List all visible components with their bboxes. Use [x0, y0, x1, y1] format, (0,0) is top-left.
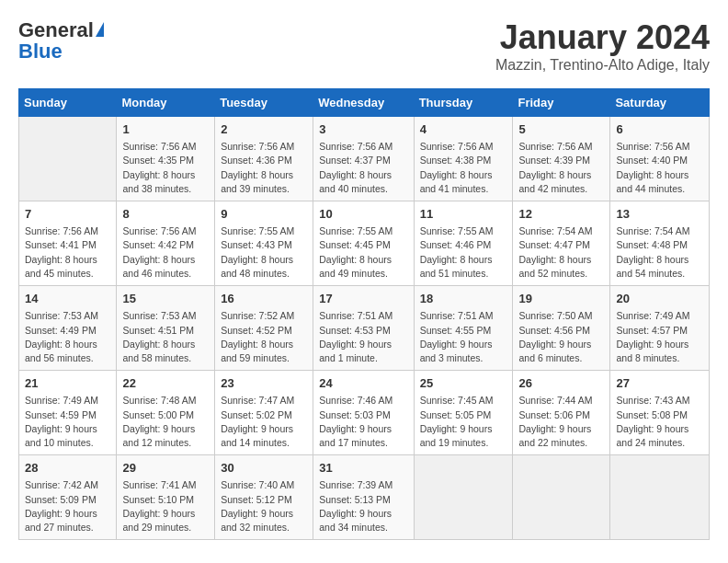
calendar-day-cell: 19Sunrise: 7:50 AM Sunset: 4:56 PM Dayli… — [513, 286, 610, 371]
calendar-day-cell: 9Sunrise: 7:55 AM Sunset: 4:43 PM Daylig… — [215, 201, 313, 286]
day-info: Sunrise: 7:56 AM Sunset: 4:42 PM Dayligh… — [122, 224, 209, 281]
weekday-header-saturday: Saturday — [610, 89, 710, 117]
calendar-day-cell — [610, 455, 710, 540]
day-number: 25 — [420, 375, 507, 392]
calendar-day-cell: 26Sunrise: 7:44 AM Sunset: 5:06 PM Dayli… — [513, 371, 610, 455]
logo-arrow-icon — [96, 22, 104, 37]
day-info: Sunrise: 7:51 AM Sunset: 4:53 PM Dayligh… — [319, 309, 407, 365]
day-info: Sunrise: 7:55 AM Sunset: 4:43 PM Dayligh… — [221, 224, 307, 281]
calendar-day-cell: 12Sunrise: 7:54 AM Sunset: 4:47 PM Dayli… — [513, 201, 610, 286]
day-number: 29 — [122, 460, 209, 477]
calendar-week-row: 28Sunrise: 7:42 AM Sunset: 5:09 PM Dayli… — [19, 455, 710, 540]
calendar-day-cell: 18Sunrise: 7:51 AM Sunset: 4:55 PM Dayli… — [414, 286, 513, 371]
day-number: 28 — [25, 460, 110, 477]
day-number: 23 — [221, 375, 307, 392]
day-info: Sunrise: 7:42 AM Sunset: 5:09 PM Dayligh… — [25, 478, 110, 534]
day-number: 17 — [319, 291, 407, 307]
calendar-day-cell: 3Sunrise: 7:56 AM Sunset: 4:37 PM Daylig… — [313, 117, 414, 201]
day-number: 20 — [616, 291, 703, 307]
day-info: Sunrise: 7:52 AM Sunset: 4:52 PM Dayligh… — [221, 309, 307, 365]
day-info: Sunrise: 7:40 AM Sunset: 5:12 PM Dayligh… — [221, 478, 307, 534]
logo-general: General — [18, 18, 94, 41]
day-number: 18 — [420, 291, 507, 307]
calendar-day-cell: 21Sunrise: 7:49 AM Sunset: 4:59 PM Dayli… — [19, 371, 117, 455]
weekday-header-friday: Friday — [513, 89, 610, 117]
page-header: General Blue January 2024 Mazzin, Trenti… — [18, 18, 710, 74]
day-number: 15 — [122, 291, 209, 307]
calendar-day-cell: 17Sunrise: 7:51 AM Sunset: 4:53 PM Dayli… — [313, 286, 414, 371]
logo-blue: Blue — [18, 40, 63, 63]
day-info: Sunrise: 7:49 AM Sunset: 4:57 PM Dayligh… — [616, 309, 703, 365]
day-number: 21 — [25, 375, 110, 392]
calendar-day-cell: 28Sunrise: 7:42 AM Sunset: 5:09 PM Dayli… — [19, 455, 117, 540]
day-info: Sunrise: 7:55 AM Sunset: 4:46 PM Dayligh… — [420, 224, 507, 281]
calendar-day-cell: 5Sunrise: 7:56 AM Sunset: 4:39 PM Daylig… — [513, 117, 610, 201]
calendar-day-cell — [19, 117, 117, 201]
calendar-day-cell: 6Sunrise: 7:56 AM Sunset: 4:40 PM Daylig… — [610, 117, 710, 201]
day-info: Sunrise: 7:56 AM Sunset: 4:40 PM Dayligh… — [616, 140, 703, 196]
day-info: Sunrise: 7:56 AM Sunset: 4:39 PM Dayligh… — [518, 140, 604, 196]
calendar-subtitle: Mazzin, Trentino-Alto Adige, Italy — [495, 57, 710, 74]
day-info: Sunrise: 7:56 AM Sunset: 4:38 PM Dayligh… — [420, 140, 507, 196]
weekday-header-monday: Monday — [117, 89, 215, 117]
day-number: 16 — [221, 291, 307, 307]
day-number: 1 — [122, 121, 209, 138]
calendar-day-cell: 13Sunrise: 7:54 AM Sunset: 4:48 PM Dayli… — [610, 201, 710, 286]
day-number: 22 — [122, 375, 209, 392]
day-info: Sunrise: 7:43 AM Sunset: 5:08 PM Dayligh… — [616, 394, 703, 450]
day-info: Sunrise: 7:49 AM Sunset: 4:59 PM Dayligh… — [25, 394, 110, 450]
day-info: Sunrise: 7:54 AM Sunset: 4:48 PM Dayligh… — [616, 224, 703, 281]
day-info: Sunrise: 7:56 AM Sunset: 4:35 PM Dayligh… — [122, 140, 209, 196]
day-info: Sunrise: 7:51 AM Sunset: 4:55 PM Dayligh… — [420, 309, 507, 365]
calendar-day-cell: 15Sunrise: 7:53 AM Sunset: 4:51 PM Dayli… — [117, 286, 215, 371]
day-number: 6 — [616, 121, 703, 138]
day-info: Sunrise: 7:39 AM Sunset: 5:13 PM Dayligh… — [319, 478, 407, 534]
day-info: Sunrise: 7:55 AM Sunset: 4:45 PM Dayligh… — [319, 224, 407, 281]
calendar-day-cell: 23Sunrise: 7:47 AM Sunset: 5:02 PM Dayli… — [215, 371, 313, 455]
day-number: 11 — [420, 206, 507, 223]
calendar-day-cell: 7Sunrise: 7:56 AM Sunset: 4:41 PM Daylig… — [19, 201, 117, 286]
weekday-header-wednesday: Wednesday — [313, 89, 414, 117]
calendar-day-cell: 24Sunrise: 7:46 AM Sunset: 5:03 PM Dayli… — [313, 371, 414, 455]
calendar-day-cell: 31Sunrise: 7:39 AM Sunset: 5:13 PM Dayli… — [313, 455, 414, 540]
day-number: 7 — [25, 206, 110, 223]
day-number: 31 — [319, 460, 407, 477]
day-info: Sunrise: 7:50 AM Sunset: 4:56 PM Dayligh… — [518, 309, 604, 365]
title-block: January 2024 Mazzin, Trentino-Alto Adige… — [495, 18, 710, 74]
calendar-day-cell — [513, 455, 610, 540]
day-info: Sunrise: 7:56 AM Sunset: 4:36 PM Dayligh… — [221, 140, 307, 196]
day-number: 3 — [319, 121, 407, 138]
calendar-day-cell: 27Sunrise: 7:43 AM Sunset: 5:08 PM Dayli… — [610, 371, 710, 455]
calendar-day-cell: 22Sunrise: 7:48 AM Sunset: 5:00 PM Dayli… — [117, 371, 215, 455]
calendar-day-cell: 4Sunrise: 7:56 AM Sunset: 4:38 PM Daylig… — [414, 117, 513, 201]
calendar-day-cell: 30Sunrise: 7:40 AM Sunset: 5:12 PM Dayli… — [215, 455, 313, 540]
day-info: Sunrise: 7:54 AM Sunset: 4:47 PM Dayligh… — [518, 224, 604, 281]
weekday-header-row: SundayMondayTuesdayWednesdayThursdayFrid… — [19, 89, 710, 117]
logo: General Blue — [18, 18, 104, 63]
day-info: Sunrise: 7:44 AM Sunset: 5:06 PM Dayligh… — [518, 394, 604, 450]
calendar-day-cell: 1Sunrise: 7:56 AM Sunset: 4:35 PM Daylig… — [117, 117, 215, 201]
calendar-week-row: 14Sunrise: 7:53 AM Sunset: 4:49 PM Dayli… — [19, 286, 710, 371]
day-number: 10 — [319, 206, 407, 223]
day-info: Sunrise: 7:48 AM Sunset: 5:00 PM Dayligh… — [122, 394, 209, 450]
day-info: Sunrise: 7:56 AM Sunset: 4:37 PM Dayligh… — [319, 140, 407, 196]
calendar-day-cell: 20Sunrise: 7:49 AM Sunset: 4:57 PM Dayli… — [610, 286, 710, 371]
calendar-day-cell: 29Sunrise: 7:41 AM Sunset: 5:10 PM Dayli… — [117, 455, 215, 540]
day-number: 12 — [518, 206, 604, 223]
day-number: 8 — [122, 206, 209, 223]
day-number: 2 — [221, 121, 307, 138]
weekday-header-sunday: Sunday — [19, 89, 117, 117]
weekday-header-tuesday: Tuesday — [215, 89, 313, 117]
day-number: 30 — [221, 460, 307, 477]
calendar-week-row: 7Sunrise: 7:56 AM Sunset: 4:41 PM Daylig… — [19, 201, 710, 286]
day-number: 14 — [25, 291, 110, 307]
calendar-day-cell: 14Sunrise: 7:53 AM Sunset: 4:49 PM Dayli… — [19, 286, 117, 371]
calendar-title: January 2024 — [495, 18, 710, 57]
calendar-day-cell: 25Sunrise: 7:45 AM Sunset: 5:05 PM Dayli… — [414, 371, 513, 455]
calendar-day-cell: 10Sunrise: 7:55 AM Sunset: 4:45 PM Dayli… — [313, 201, 414, 286]
calendar-day-cell — [414, 455, 513, 540]
day-info: Sunrise: 7:53 AM Sunset: 4:51 PM Dayligh… — [122, 309, 209, 365]
calendar-day-cell: 8Sunrise: 7:56 AM Sunset: 4:42 PM Daylig… — [117, 201, 215, 286]
calendar-day-cell: 11Sunrise: 7:55 AM Sunset: 4:46 PM Dayli… — [414, 201, 513, 286]
weekday-header-thursday: Thursday — [414, 89, 513, 117]
